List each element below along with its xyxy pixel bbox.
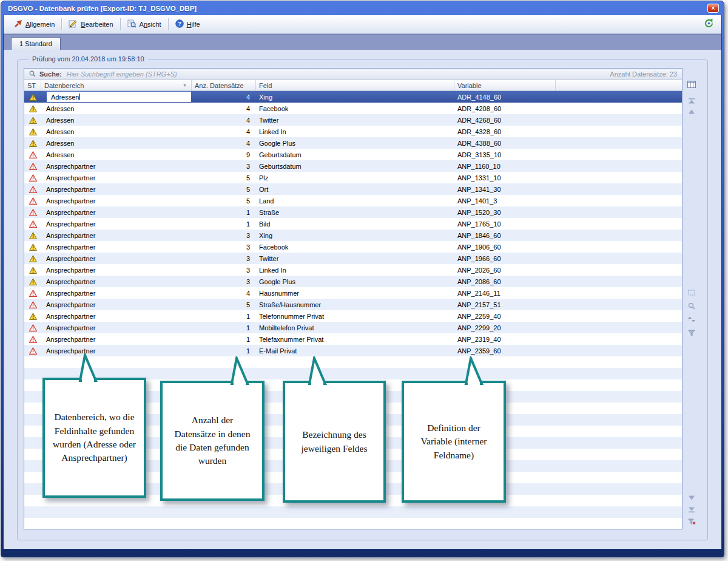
table-row[interactable]: Ansprechpartner3FacebookANP_1906_60 bbox=[24, 241, 682, 253]
cell-feld: Xing bbox=[256, 91, 454, 103]
column-header-feld[interactable]: Feld bbox=[256, 80, 454, 90]
table-row[interactable]: Ansprechpartner1StraßeANP_1520_30 bbox=[24, 206, 682, 218]
table-row[interactable]: Ansprechpartner4HausnummerANP_2146_11 bbox=[24, 287, 682, 299]
find-record-icon[interactable] bbox=[686, 301, 698, 311]
edit-pencil-icon bbox=[69, 19, 78, 29]
sort-descending-icon: ▼ bbox=[183, 83, 188, 87]
table-row[interactable]: Ansprechpartner1Telefonnummer PrivatANP_… bbox=[24, 310, 682, 322]
table-row[interactable]: Ansprechpartner5Straße/HausnummerANP_215… bbox=[24, 299, 682, 310]
table-row[interactable]: Ansprechpartner1E-Mail PrivatANP_2359_60 bbox=[24, 345, 682, 356]
table-row[interactable]: Ansprechpartner3Linked InANP_2026_60 bbox=[24, 264, 682, 276]
cell-anzahl: 4 bbox=[192, 126, 256, 137]
callout-tail bbox=[228, 356, 250, 386]
table-row[interactable]: Ansprechpartner1Telefaxnummer PrivatANP_… bbox=[24, 333, 682, 345]
cell-anzahl: 3 bbox=[192, 229, 256, 241]
column-chooser-icon[interactable] bbox=[686, 80, 698, 89]
table-row[interactable]: Ansprechpartner1Mobiltelefon PrivatANP_2… bbox=[24, 322, 682, 333]
cell-empty bbox=[556, 229, 682, 241]
status-warning-icon bbox=[24, 264, 41, 276]
scroll-bottom-icon[interactable] bbox=[686, 505, 698, 514]
cell-variable: ANP_1765_10 bbox=[454, 218, 556, 229]
cell-feld: Mobiltelefon Privat bbox=[256, 322, 454, 333]
cell-empty bbox=[556, 253, 682, 264]
menu-allgemein[interactable]: Allgemein bbox=[8, 17, 59, 32]
table-row[interactable]: Adressen4Google PlusADR_4388_60 bbox=[24, 137, 682, 149]
tab-standard[interactable]: 1 Standard bbox=[11, 37, 61, 50]
cell-feld: Ort bbox=[256, 183, 454, 195]
cell-feld: Linked In bbox=[256, 264, 454, 276]
table-row[interactable]: Adressen4FacebookADR_4208_60 bbox=[24, 103, 682, 114]
status-warning-icon bbox=[24, 241, 41, 253]
cell-empty bbox=[556, 206, 682, 218]
cell-datenbereich: Adressen bbox=[41, 137, 192, 149]
table-row[interactable]: Ansprechpartner3Google PlusANP_2086_60 bbox=[24, 276, 682, 287]
table-row[interactable]: Ansprechpartner3XingANP_1846_60 bbox=[24, 229, 682, 241]
tab-label: 1 Standard bbox=[19, 40, 52, 47]
cell-datenbereich: Adressen bbox=[41, 103, 192, 114]
cell-datenbereich: Ansprechpartner bbox=[41, 264, 192, 276]
cell-empty bbox=[556, 333, 682, 345]
table-row[interactable]: Ansprechpartner5LandANP_1401_3 bbox=[24, 195, 682, 206]
cell-variable: ANP_2146_11 bbox=[454, 287, 556, 299]
cell-variable: ADR_4388_60 bbox=[454, 137, 556, 149]
search-icon bbox=[29, 70, 36, 78]
cell-empty bbox=[556, 114, 682, 126]
table-row[interactable]: Ansprechpartner5OrtANP_1341_30 bbox=[24, 183, 682, 195]
search-input[interactable] bbox=[66, 70, 607, 78]
title-bar[interactable]: DSGVO - Datenbank prüfen [Export-ID: TJ_… bbox=[3, 1, 722, 15]
menu-ansicht[interactable]: Ansicht bbox=[123, 17, 166, 32]
callout-text: Definition der Variable (interner Feldna… bbox=[411, 421, 496, 462]
table-row-empty[interactable] bbox=[24, 356, 682, 368]
close-button[interactable]: × bbox=[707, 4, 719, 13]
table-row[interactable]: Adressen4TwitterADR_4268_60 bbox=[24, 114, 682, 126]
column-header-st[interactable]: ST bbox=[24, 80, 41, 90]
tab-strip: 1 Standard bbox=[4, 34, 721, 50]
cell-variable: ADR_4148_60 bbox=[454, 91, 556, 103]
cell-variable: ANP_1846_60 bbox=[454, 229, 556, 241]
scroll-up-icon[interactable] bbox=[686, 107, 698, 117]
cell-empty bbox=[556, 299, 682, 310]
refresh-icon bbox=[704, 18, 714, 31]
refresh-button[interactable] bbox=[704, 18, 716, 31]
table-row[interactable]: Ansprechpartner3TwitterANP_1966_60 bbox=[24, 253, 682, 264]
status-warning-icon bbox=[24, 103, 41, 114]
table-row[interactable]: Ansprechpartner3GeburtsdatumANP_1160_10 bbox=[24, 160, 682, 172]
table-row-empty[interactable] bbox=[24, 518, 682, 529]
column-header-datenbereich[interactable]: Datenbereich ▼ bbox=[41, 80, 192, 90]
cell-anzahl: 4 bbox=[192, 91, 256, 103]
table-row-empty[interactable] bbox=[24, 506, 682, 518]
menu-bearbeiten[interactable]: Bearbeiten bbox=[64, 17, 118, 32]
table-row[interactable]: Adressen9GeburtsdatumADR_3135_10 bbox=[24, 149, 682, 160]
filter-icon[interactable] bbox=[686, 328, 698, 338]
column-header-empty[interactable] bbox=[556, 80, 682, 90]
goto-record-icon[interactable] bbox=[686, 288, 698, 298]
filter-clear-icon[interactable] bbox=[686, 517, 698, 526]
record-count: Anzahl Datensätze: 23 bbox=[610, 70, 677, 78]
cell-datenbereich: Adressen bbox=[41, 149, 192, 160]
cell-feld: E-Mail Privat bbox=[256, 345, 454, 356]
menu-hilfe[interactable]: ? Hilfe bbox=[170, 17, 205, 32]
cell-empty bbox=[556, 241, 682, 253]
cell-variable: ANP_2157_51 bbox=[454, 299, 556, 310]
scroll-top-icon[interactable] bbox=[686, 96, 698, 106]
cell-datenbereich: Ansprechpartner bbox=[41, 287, 192, 299]
callout-tail bbox=[76, 353, 98, 383]
sort-icon[interactable] bbox=[686, 314, 698, 324]
cell-variable: ANP_1906_60 bbox=[454, 241, 556, 253]
table-row[interactable]: Ansprechpartner1BildANP_1765_10 bbox=[24, 218, 682, 229]
table-row[interactable]: Ansprechpartner5PlzANP_1331_10 bbox=[24, 172, 682, 183]
table-row[interactable]: Adressen4XingADR_4148_60 bbox=[24, 91, 682, 103]
column-header-anzahl[interactable]: Anz. Datensätze bbox=[192, 80, 256, 90]
cell-empty bbox=[556, 322, 682, 333]
scroll-down-icon[interactable] bbox=[686, 493, 698, 503]
cell-feld: Land bbox=[256, 195, 454, 206]
menu-label: Allgemein bbox=[25, 21, 55, 28]
table-row[interactable]: Adressen4Linked InADR_4328_60 bbox=[24, 126, 682, 137]
inline-cell-editor[interactable]: Adressen bbox=[47, 92, 191, 102]
cell-feld: Geburtsdatum bbox=[256, 160, 454, 172]
help-icon: ? bbox=[175, 19, 184, 29]
column-header-variable[interactable]: Variable bbox=[454, 80, 556, 90]
cell-feld: Facebook bbox=[256, 241, 454, 253]
cell-anzahl: 5 bbox=[192, 183, 256, 195]
cell-variable: ADR_3135_10 bbox=[454, 149, 556, 160]
